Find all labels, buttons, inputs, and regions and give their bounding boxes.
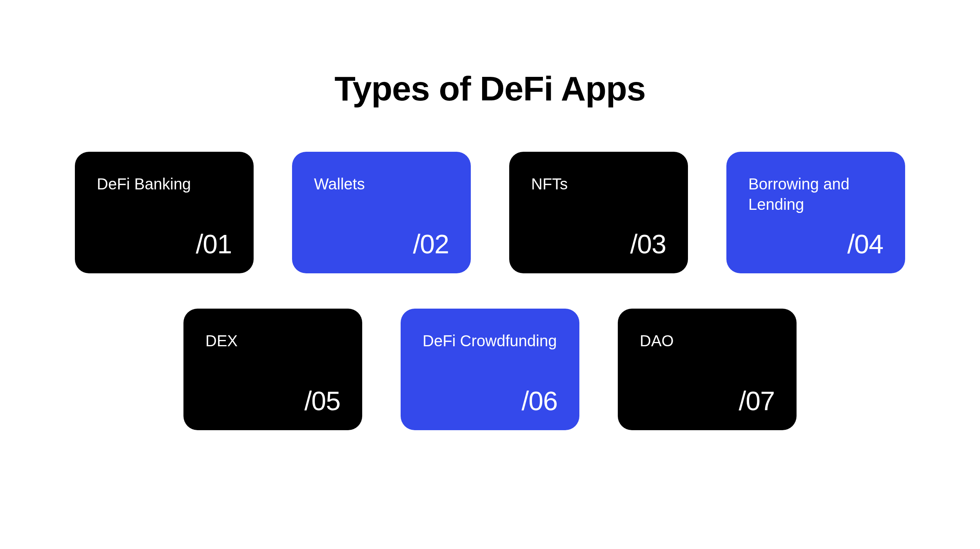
card-borrowing-lending: Borrowing and Lending /04 bbox=[726, 152, 905, 273]
card-label: DeFi Crowdfunding bbox=[423, 331, 557, 351]
card-number: /01 bbox=[196, 229, 232, 259]
card-nfts: NFTs /03 bbox=[509, 152, 688, 273]
page-title: Types of DeFi Apps bbox=[0, 0, 980, 109]
card-dao: DAO /07 bbox=[618, 309, 797, 430]
card-label: Borrowing and Lending bbox=[748, 174, 883, 215]
card-dex: DEX /05 bbox=[183, 309, 362, 430]
card-label: Wallets bbox=[314, 174, 449, 194]
card-row-1: DeFi Banking /01 Wallets /02 NFTs /03 Bo… bbox=[0, 152, 980, 273]
card-defi-banking: DeFi Banking /01 bbox=[75, 152, 254, 273]
card-label: NFTs bbox=[531, 174, 666, 194]
card-number: /06 bbox=[521, 385, 557, 416]
card-wallets: Wallets /02 bbox=[292, 152, 471, 273]
card-label: DAO bbox=[640, 331, 775, 351]
card-number: /07 bbox=[739, 385, 775, 416]
card-defi-crowdfunding: DeFi Crowdfunding /06 bbox=[401, 309, 579, 430]
card-number: /02 bbox=[413, 229, 449, 259]
card-number: /04 bbox=[847, 229, 883, 259]
card-number: /03 bbox=[630, 229, 666, 259]
card-label: DeFi Banking bbox=[97, 174, 232, 194]
card-row-2: DEX /05 DeFi Crowdfunding /06 DAO /07 bbox=[0, 309, 980, 430]
card-label: DEX bbox=[205, 331, 340, 351]
card-number: /05 bbox=[304, 385, 340, 416]
